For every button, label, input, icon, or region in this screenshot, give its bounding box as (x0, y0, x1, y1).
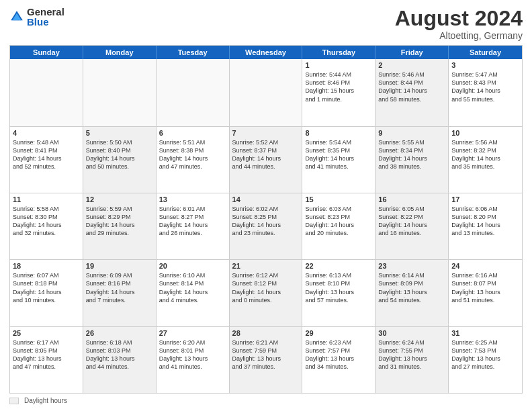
day-number: 6 (159, 129, 226, 137)
day-number: 14 (232, 195, 300, 203)
cal-cell: 12Sunrise: 5:59 AM Sunset: 8:29 PM Dayli… (83, 193, 157, 259)
cell-text: Sunrise: 6:14 AM Sunset: 8:09 PM Dayligh… (378, 271, 445, 304)
cell-text: Sunrise: 6:01 AM Sunset: 8:27 PM Dayligh… (159, 205, 226, 238)
cell-text: Sunrise: 5:55 AM Sunset: 8:34 PM Dayligh… (378, 138, 445, 171)
day-number: 20 (159, 262, 226, 270)
cal-header-saturday: Saturday (449, 46, 522, 59)
day-number: 11 (13, 195, 80, 203)
day-number: 19 (86, 262, 153, 270)
cal-week-2: 4Sunrise: 5:48 AM Sunset: 8:41 PM Daylig… (10, 126, 522, 193)
cal-cell: 20Sunrise: 6:10 AM Sunset: 8:14 PM Dayli… (157, 260, 230, 326)
cal-header-monday: Monday (83, 46, 157, 59)
calendar: SundayMondayTuesdayWednesdayThursdayFrid… (9, 45, 523, 394)
cal-cell: 2Sunrise: 5:46 AM Sunset: 8:44 PM Daylig… (375, 59, 449, 126)
cell-text: Sunrise: 6:03 AM Sunset: 8:23 PM Dayligh… (305, 205, 372, 238)
cal-header-tuesday: Tuesday (157, 46, 230, 59)
cell-text: Sunrise: 5:48 AM Sunset: 8:41 PM Dayligh… (13, 138, 80, 171)
day-number: 8 (305, 129, 372, 137)
day-number: 9 (378, 129, 445, 137)
month-year: August 2024 (395, 7, 523, 30)
cell-text: Sunrise: 6:21 AM Sunset: 7:59 PM Dayligh… (232, 338, 300, 371)
day-number: 16 (378, 195, 445, 203)
cell-text: Sunrise: 5:54 AM Sunset: 8:35 PM Dayligh… (305, 138, 372, 171)
cal-cell: 16Sunrise: 6:05 AM Sunset: 8:22 PM Dayli… (375, 193, 449, 259)
day-number: 7 (232, 129, 300, 137)
title-block: August 2024 Altoetting, Germany (395, 7, 523, 41)
cell-text: Sunrise: 5:46 AM Sunset: 8:44 PM Dayligh… (378, 71, 445, 103)
cal-cell: 13Sunrise: 6:01 AM Sunset: 8:27 PM Dayli… (157, 193, 230, 259)
cell-text: Sunrise: 6:13 AM Sunset: 8:10 PM Dayligh… (305, 271, 372, 304)
cell-text: Sunrise: 6:18 AM Sunset: 8:03 PM Dayligh… (86, 338, 153, 371)
cal-cell: 28Sunrise: 6:21 AM Sunset: 7:59 PM Dayli… (230, 327, 303, 393)
cell-text: Sunrise: 6:20 AM Sunset: 8:01 PM Dayligh… (159, 338, 226, 371)
header: General Blue August 2024 Altoetting, Ger… (9, 7, 523, 41)
cal-cell: 22Sunrise: 6:13 AM Sunset: 8:10 PM Dayli… (302, 260, 375, 326)
cal-cell: 31Sunrise: 6:25 AM Sunset: 7:53 PM Dayli… (449, 327, 522, 393)
day-number: 24 (451, 262, 519, 270)
cal-cell: 7Sunrise: 5:52 AM Sunset: 8:37 PM Daylig… (230, 127, 303, 193)
cal-cell: 19Sunrise: 6:09 AM Sunset: 8:16 PM Dayli… (83, 260, 157, 326)
cell-text: Sunrise: 5:56 AM Sunset: 8:32 PM Dayligh… (451, 138, 519, 171)
day-number: 27 (159, 329, 226, 337)
cell-text: Sunrise: 6:16 AM Sunset: 8:07 PM Dayligh… (451, 271, 519, 304)
cal-cell: 11Sunrise: 5:58 AM Sunset: 8:30 PM Dayli… (10, 193, 83, 259)
cal-cell (230, 59, 303, 126)
day-number: 15 (305, 195, 372, 203)
cal-cell: 24Sunrise: 6:16 AM Sunset: 8:07 PM Dayli… (449, 260, 522, 326)
cell-text: Sunrise: 6:02 AM Sunset: 8:25 PM Dayligh… (232, 205, 300, 238)
cal-week-1: 1Sunrise: 5:44 AM Sunset: 8:46 PM Daylig… (10, 59, 522, 126)
cell-text: Sunrise: 6:05 AM Sunset: 8:22 PM Dayligh… (378, 205, 445, 238)
cell-text: Sunrise: 5:59 AM Sunset: 8:29 PM Dayligh… (86, 205, 153, 238)
logo-icon (9, 9, 24, 24)
day-number: 5 (86, 129, 153, 137)
cal-week-5: 25Sunrise: 6:17 AM Sunset: 8:05 PM Dayli… (10, 326, 522, 393)
cal-cell: 18Sunrise: 6:07 AM Sunset: 8:18 PM Dayli… (10, 260, 83, 326)
cal-cell: 14Sunrise: 6:02 AM Sunset: 8:25 PM Dayli… (230, 193, 303, 259)
cell-text: Sunrise: 6:07 AM Sunset: 8:18 PM Dayligh… (13, 271, 80, 304)
cal-cell: 27Sunrise: 6:20 AM Sunset: 8:01 PM Dayli… (157, 327, 230, 393)
cal-header-thursday: Thursday (302, 46, 375, 59)
cal-cell: 30Sunrise: 6:24 AM Sunset: 7:55 PM Dayli… (375, 327, 449, 393)
cell-text: Sunrise: 6:25 AM Sunset: 7:53 PM Dayligh… (451, 338, 519, 371)
cell-text: Sunrise: 6:06 AM Sunset: 8:20 PM Dayligh… (451, 205, 519, 238)
cell-text: Sunrise: 5:52 AM Sunset: 8:37 PM Dayligh… (232, 138, 300, 171)
calendar-header: SundayMondayTuesdayWednesdayThursdayFrid… (10, 46, 522, 59)
cal-week-3: 11Sunrise: 5:58 AM Sunset: 8:30 PM Dayli… (10, 193, 522, 259)
day-number: 18 (13, 262, 80, 270)
cal-header-wednesday: Wednesday (230, 46, 303, 59)
day-number: 2 (378, 61, 445, 69)
day-number: 17 (451, 195, 519, 203)
cal-cell: 6Sunrise: 5:51 AM Sunset: 8:38 PM Daylig… (157, 127, 230, 193)
cell-text: Sunrise: 6:23 AM Sunset: 7:57 PM Dayligh… (305, 338, 372, 371)
cal-cell: 29Sunrise: 6:23 AM Sunset: 7:57 PM Dayli… (302, 327, 375, 393)
cal-week-4: 18Sunrise: 6:07 AM Sunset: 8:18 PM Dayli… (10, 259, 522, 326)
cal-cell: 9Sunrise: 5:55 AM Sunset: 8:34 PM Daylig… (375, 127, 449, 193)
legend-label: Daylight hours (24, 397, 67, 404)
cal-cell: 4Sunrise: 5:48 AM Sunset: 8:41 PM Daylig… (10, 127, 83, 193)
day-number: 4 (13, 129, 80, 137)
day-number: 21 (232, 262, 300, 270)
cell-text: Sunrise: 5:47 AM Sunset: 8:43 PM Dayligh… (451, 71, 519, 103)
day-number: 30 (378, 329, 445, 337)
day-number: 1 (305, 61, 372, 69)
cal-cell: 5Sunrise: 5:50 AM Sunset: 8:40 PM Daylig… (83, 127, 157, 193)
day-number: 22 (305, 262, 372, 270)
logo: General Blue (9, 7, 64, 27)
cal-cell: 26Sunrise: 6:18 AM Sunset: 8:03 PM Dayli… (83, 327, 157, 393)
logo-text: General Blue (27, 7, 64, 27)
location: Altoetting, Germany (395, 30, 523, 41)
cell-text: Sunrise: 5:58 AM Sunset: 8:30 PM Dayligh… (13, 205, 80, 238)
cal-cell: 25Sunrise: 6:17 AM Sunset: 8:05 PM Dayli… (10, 327, 83, 393)
calendar-body: 1Sunrise: 5:44 AM Sunset: 8:46 PM Daylig… (10, 59, 522, 393)
legend-box (9, 398, 19, 404)
day-number: 31 (451, 329, 519, 337)
day-number: 26 (86, 329, 153, 337)
day-number: 28 (232, 329, 300, 337)
cal-cell: 1Sunrise: 5:44 AM Sunset: 8:46 PM Daylig… (302, 59, 375, 126)
day-number: 10 (451, 129, 519, 137)
page: General Blue August 2024 Altoetting, Ger… (0, 0, 532, 411)
day-number: 25 (13, 329, 80, 337)
cell-text: Sunrise: 6:17 AM Sunset: 8:05 PM Dayligh… (13, 338, 80, 371)
cell-text: Sunrise: 5:50 AM Sunset: 8:40 PM Dayligh… (86, 138, 153, 171)
cal-header-friday: Friday (375, 46, 449, 59)
